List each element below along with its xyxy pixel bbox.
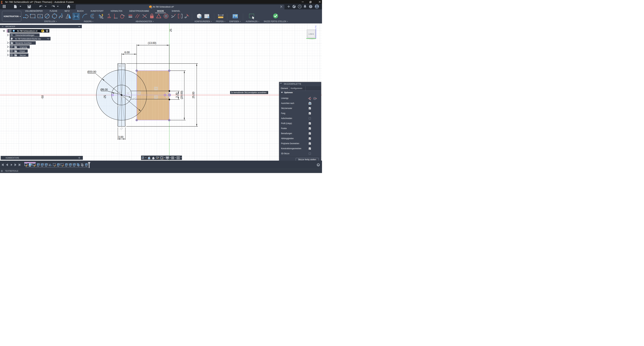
svg-text:?: ? [310,5,312,8]
svg-text:25: 25 [169,29,172,32]
svg-text:Z: Z [315,25,316,28]
svg-text:Ø8.00: Ø8.00 [100,88,108,91]
svg-text:(20.00): (20.00) [180,91,183,99]
svg-text:-50: -50 [41,95,44,99]
svg-text:(13.00): (13.00) [148,41,156,44]
svg-text:Ø20.00: Ø20.00 [88,70,96,73]
svg-text:-25: -25 [103,95,106,99]
svg-text:25.00: 25.00 [192,92,195,98]
svg-text:3.20: 3.20 [175,92,178,98]
svg-text:3.00: 3.00 [118,135,124,138]
svg-text:FUS: FUS [1,3,2,3]
svg-text:6.00: 6.00 [124,51,130,54]
svg-text:LINKS: LINKS [308,33,314,35]
